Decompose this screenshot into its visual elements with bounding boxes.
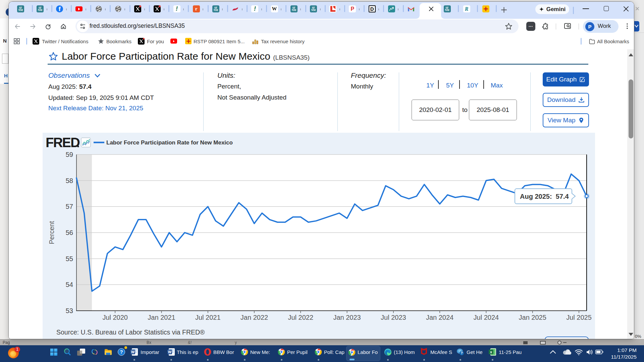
svg-text:59: 59: [66, 151, 73, 158]
svg-text:Jul 2024: Jul 2024: [474, 314, 499, 321]
svg-text:Jul 2025: Jul 2025: [566, 314, 592, 321]
svg-text:Jul 2022: Jul 2022: [288, 314, 313, 321]
svg-text:55: 55: [66, 255, 73, 262]
svg-text:Source: U.S. Bureau of Labor S: Source: U.S. Bureau of Labor Statistics …: [56, 328, 205, 336]
svg-text:Jan 2021: Jan 2021: [148, 314, 175, 321]
svg-text:54: 54: [66, 281, 73, 288]
svg-text:58: 58: [66, 177, 73, 184]
svg-text:53: 53: [66, 307, 73, 314]
svg-text:Aug 2025: 57.4: Aug 2025: 57.4: [520, 193, 569, 200]
svg-text:Labor Force Participation Rate: Labor Force Participation Rate for New M…: [106, 139, 233, 146]
svg-text:Jan 2022: Jan 2022: [240, 314, 268, 321]
svg-text:Jan 2023: Jan 2023: [333, 314, 361, 321]
svg-text:56: 56: [66, 229, 73, 236]
svg-text:Jul 2023: Jul 2023: [381, 314, 406, 321]
svg-text:FRED: FRED: [46, 135, 80, 150]
svg-text:Percent: Percent: [48, 221, 55, 244]
svg-text:Jul 2021: Jul 2021: [195, 314, 221, 321]
svg-text:Jul 2020: Jul 2020: [102, 314, 128, 321]
svg-text:57: 57: [66, 203, 73, 210]
svg-text:Jan 2025: Jan 2025: [519, 314, 546, 321]
svg-text:Jan 2024: Jan 2024: [426, 314, 453, 321]
